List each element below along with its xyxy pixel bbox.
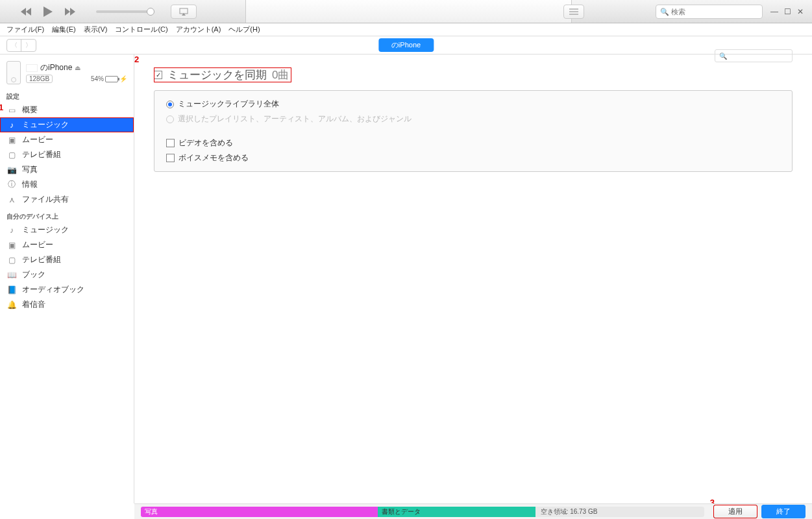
- option-include-voicememo[interactable]: ボイスメモを含める: [166, 152, 780, 163]
- eject-icon[interactable]: ⏏: [75, 64, 80, 71]
- back-button[interactable]: 〈: [7, 40, 21, 51]
- sync-title: ミュージックを同期: [167, 67, 267, 82]
- sidebar-item-label: 情報: [22, 179, 38, 190]
- sync-music-header: ミュージックを同期 0曲: [154, 67, 291, 82]
- sidebar-ondevice-music[interactable]: ♪ミュージック: [0, 223, 134, 237]
- device-header: のiPhone ⏏ 128GB 54% ⚡: [0, 58, 134, 87]
- search-icon: 🔍: [660, 8, 669, 16]
- maximize-button[interactable]: ☐: [782, 6, 793, 17]
- annotation-2: 2: [134, 54, 139, 64]
- capacity-badge: 128GB: [26, 75, 53, 83]
- search-box[interactable]: 🔍: [656, 5, 763, 19]
- sidebar-item-label: 着信音: [22, 299, 45, 310]
- sync-options: ミュージックライブラリ全体 選択したプレイリスト、アーティスト、アルバム、および…: [154, 90, 793, 172]
- option-label: ミュージックライブラリ全体: [178, 99, 279, 110]
- previous-button[interactable]: [19, 5, 32, 18]
- sidebar-ondevice-audiobooks[interactable]: 📘オーディオブック: [0, 282, 134, 297]
- play-button[interactable]: [42, 5, 55, 18]
- ringtone-icon: 🔔: [6, 300, 17, 310]
- sidebar-item-label: ファイル共有: [22, 194, 69, 205]
- sidebar-item-photos[interactable]: 📷写真: [0, 162, 134, 177]
- nav-arrows: 〈 〉: [6, 39, 36, 52]
- sidebar: のiPhone ⏏ 128GB 54% ⚡ 設定 1 ▭概要 ♪ミュージック ▣…: [0, 54, 134, 503]
- nav-row: 〈 〉 のiPhone: [0, 36, 812, 54]
- movie-icon: ▣: [6, 240, 17, 250]
- annotation-1: 1: [0, 103, 3, 112]
- sidebar-item-label: テレビ番組: [22, 254, 61, 265]
- done-button[interactable]: 終了: [761, 505, 806, 518]
- storage-segment-free: 空き領域: 16.73 GB: [535, 507, 704, 517]
- filter-box[interactable]: 🔍: [715, 49, 793, 62]
- settings-header: 設定: [0, 87, 134, 103]
- list-view-button[interactable]: [563, 5, 584, 19]
- sidebar-ondevice-books[interactable]: 📖ブック: [0, 267, 134, 282]
- book-icon: 📖: [6, 270, 17, 280]
- sidebar-item-label: ムービー: [22, 239, 53, 250]
- sidebar-item-label: 概要: [22, 104, 38, 115]
- playback-controls: [0, 5, 77, 18]
- svg-rect-0: [180, 8, 188, 14]
- search-icon: 🔍: [719, 53, 727, 60]
- radio-icon: [166, 101, 174, 108]
- sidebar-item-label: 写真: [22, 164, 38, 175]
- sidebar-item-summary[interactable]: ▭概要: [0, 103, 134, 117]
- option-selected-playlists[interactable]: 選択したプレイリスト、アーティスト、アルバム、およびジャンル: [166, 114, 780, 125]
- sidebar-item-info[interactable]: ⓘ情報: [0, 177, 134, 192]
- battery-percent: 54%: [91, 75, 104, 82]
- charging-icon: ⚡: [119, 75, 127, 82]
- music-icon: ♪: [6, 225, 17, 235]
- sidebar-item-label: ミュージック: [22, 119, 69, 130]
- option-label: 選択したプレイリスト、アーティスト、アルバム、およびジャンル: [178, 114, 412, 125]
- sidebar-item-label: ミュージック: [22, 224, 69, 235]
- photo-icon: 📷: [6, 165, 17, 175]
- menu-view[interactable]: 表示(V): [80, 24, 111, 35]
- sidebar-ondevice-movies[interactable]: ▣ムービー: [0, 237, 134, 252]
- menu-account[interactable]: アカウント(A): [173, 24, 225, 35]
- obscured-name: [26, 64, 38, 72]
- storage-segment-photos: 写真: [141, 507, 378, 517]
- share-icon: ⋏: [6, 195, 17, 205]
- tv-icon: ▢: [6, 255, 17, 265]
- movie-icon: ▣: [6, 135, 17, 145]
- storage-segment-docs: 書類とデータ: [378, 507, 535, 517]
- forward-button[interactable]: 〉: [21, 40, 36, 51]
- sync-music-checkbox[interactable]: [154, 71, 162, 79]
- option-label: ビデオを含める: [178, 138, 233, 149]
- sidebar-item-label: ムービー: [22, 134, 53, 145]
- info-icon: ⓘ: [6, 180, 17, 190]
- checkbox-icon: [166, 154, 175, 162]
- sidebar-item-movies[interactable]: ▣ムービー: [0, 132, 134, 147]
- lcd-display: [245, 0, 572, 23]
- sidebar-ondevice-ringtones[interactable]: 🔔着信音: [0, 297, 134, 312]
- sidebar-item-tv[interactable]: ▢テレビ番組: [0, 147, 134, 162]
- content-pane: 2 ミュージックを同期 0曲 🔍 ミュージックライブラリ全体 選択したプレイリス…: [134, 54, 812, 503]
- next-button[interactable]: [64, 5, 77, 18]
- device-tab[interactable]: のiPhone: [378, 38, 434, 52]
- menu-edit[interactable]: 編集(E): [49, 24, 79, 35]
- ondevice-header: 自分のデバイス上: [0, 207, 134, 223]
- menu-file[interactable]: ファイル(F): [3, 24, 47, 35]
- footer: 写真 書類とデータ 空き領域: 16.73 GB 適用 終了: [134, 503, 812, 519]
- sidebar-ondevice-tv[interactable]: ▢テレビ番組: [0, 252, 134, 267]
- sidebar-item-label: ブック: [22, 269, 45, 280]
- battery-icon: [105, 76, 118, 82]
- menu-help[interactable]: ヘルプ(H): [225, 24, 263, 35]
- audiobook-icon: 📘: [6, 285, 17, 295]
- sidebar-item-label: テレビ番組: [22, 149, 61, 160]
- menu-controls[interactable]: コントロール(C): [112, 24, 171, 35]
- airplay-button[interactable]: [171, 5, 197, 19]
- tv-icon: ▢: [6, 150, 17, 160]
- sidebar-item-music[interactable]: ♪ミュージック: [0, 117, 134, 132]
- summary-icon: ▭: [6, 105, 17, 115]
- checkbox-icon: [166, 139, 175, 147]
- menu-bar: ファイル(F) 編集(E) 表示(V) コントロール(C) アカウント(A) ヘ…: [0, 23, 812, 36]
- sidebar-item-fileshare[interactable]: ⋏ファイル共有: [0, 192, 134, 207]
- minimize-button[interactable]: —: [769, 6, 780, 17]
- option-include-video[interactable]: ビデオを含める: [166, 138, 780, 149]
- volume-slider[interactable]: [96, 10, 154, 13]
- option-entire-library[interactable]: ミュージックライブラリ全体: [166, 99, 780, 110]
- close-button[interactable]: ✕: [795, 6, 806, 17]
- storage-bar: 写真 書類とデータ 空き領域: 16.73 GB: [141, 507, 704, 517]
- search-input[interactable]: [671, 8, 761, 16]
- apply-button[interactable]: 適用: [713, 505, 757, 518]
